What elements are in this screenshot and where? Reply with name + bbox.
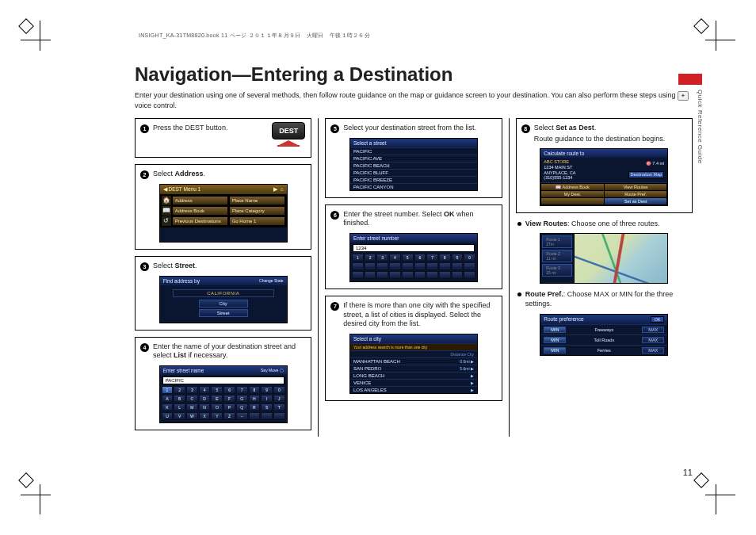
screen-calculate-route: Calculate route to ABC STORE 1234 MAIN S… — [540, 148, 668, 205]
side-label: Quick Reference Guide — [693, 90, 704, 164]
list-item[interactable]: PACIFIC CANYON — [350, 183, 477, 190]
list-item[interactable]: PACIFIC BLUFF — [350, 169, 477, 176]
place-name-button[interactable]: Place Name — [229, 196, 285, 205]
step-2: 2Select Address. ◀ DEST Menu 1▶ ⌂ 🏠Addre… — [135, 164, 311, 250]
column-2: 5Select your destination street from the… — [318, 118, 508, 437]
screen-dest-menu: ◀ DEST Menu 1▶ ⌂ 🏠AddressPlace Name 📖Add… — [159, 184, 288, 243]
address-book-button[interactable]: 📖 Address Book — [541, 184, 604, 190]
my-dest-button[interactable]: My Dest. — [541, 191, 604, 197]
ok-button[interactable]: OK — [651, 316, 664, 323]
street-button[interactable]: Street — [199, 309, 248, 317]
step-8: 8Select Set as Dest. Route guidance to t… — [516, 118, 693, 213]
step-4: 4Enter the name of your destination stre… — [135, 337, 311, 430]
list-item[interactable]: PACIFIC AVE — [350, 155, 477, 162]
screen-route-preference: Route preferenceOK MINFreewaysMAX MINTol… — [540, 314, 668, 356]
crop-mark-br — [696, 475, 735, 514]
step-5: 5Select your destination street from the… — [325, 118, 502, 198]
view-routes-button[interactable]: View Routes — [605, 184, 667, 190]
street-name-input[interactable]: PACIFIC — [162, 376, 284, 384]
route-option[interactable]: Route 211 mi — [542, 250, 572, 262]
pref-row[interactable]: MINFerriesMAX — [540, 345, 667, 355]
step-6: 6Enter the street number. Select OK when… — [325, 204, 502, 289]
screen-enter-street-name: Enter street nameSay Move ▢ PACIFIC 1234… — [159, 365, 288, 423]
list-item[interactable]: PACIFIC — [350, 147, 477, 155]
pref-row[interactable]: MINToll RoadsMAX — [540, 334, 667, 345]
pref-row[interactable]: MINFreewaysMAX — [540, 324, 667, 334]
column-1: DEST 1Press the DEST button. 2Select Add… — [135, 118, 318, 437]
state-label: CALIFORNIA — [173, 289, 274, 297]
screen-find-address: Find address byChange State CALIFORNIA C… — [159, 276, 288, 323]
list-item[interactable]: MANHATTAN BEACH0.0mi ▶ — [350, 357, 477, 365]
route-pref-button[interactable]: Route Pref. — [605, 191, 667, 197]
list-item[interactable]: PACIFIC BREEZE — [350, 176, 477, 183]
dest-button-icon: DEST — [271, 122, 306, 149]
crop-mark-bl — [21, 475, 60, 514]
step-1: DEST 1Press the DEST button. — [135, 118, 311, 158]
screen-enter-street-number: Enter street number 1234 1234567890 — [349, 233, 478, 282]
map-preview — [574, 234, 667, 283]
intro-text: Enter your destination using one of seve… — [135, 90, 693, 110]
list-item[interactable]: VENICE▶ — [350, 379, 477, 386]
page-title: Navigation—Entering a Destination — [135, 63, 693, 86]
bullet-route-pref: Route Pref.: Choose MAX or MIN for the t… — [517, 290, 693, 308]
step-7: 7If there is more than one city with the… — [325, 296, 502, 401]
previous-dest-button[interactable]: Previous Destinations — [172, 216, 228, 226]
city-button[interactable]: City — [199, 300, 248, 308]
step-3: 3Select Street. Find address byChange St… — [135, 256, 311, 331]
list-item[interactable]: LOS ANGELES▶ — [350, 386, 477, 393]
go-home-button[interactable]: Go Home 1 — [229, 216, 285, 226]
list-item[interactable]: LONG BEACH▶ — [350, 372, 477, 379]
address-button[interactable]: Address — [172, 196, 228, 205]
route-option[interactable]: Route 315 mi — [542, 264, 572, 277]
history-icon: ↺ — [162, 216, 171, 226]
crop-mark-tl — [21, 21, 60, 60]
bullet-view-routes: View Routes: Choose one of three routes. — [517, 220, 693, 229]
set-as-dest-button[interactable]: Set as Dest — [605, 198, 667, 204]
screen-select-city: Select a city Your address search is mor… — [349, 334, 478, 394]
voice-icon: ✦ — [678, 91, 689, 101]
place-category-button[interactable]: Place Category — [229, 206, 285, 216]
print-header: INSIGHT_KA-31TM8820.book 11 ページ ２０１１年８月９… — [139, 32, 370, 40]
address-book-button[interactable]: Address Book — [172, 206, 228, 216]
screen-select-street: Select a street PACIFIC PACIFIC AVE PACI… — [349, 138, 478, 191]
list-item[interactable]: SAN PEDRO5.6mi ▶ — [350, 365, 477, 372]
route-option[interactable]: Route 127m — [542, 235, 572, 248]
home-icon: 🏠 — [162, 196, 171, 205]
column-3: 8Select Set as Dest. Route guidance to t… — [509, 118, 693, 437]
screen-view-routes: Route 127m Route 211 mi Route 315 mi — [540, 233, 668, 284]
crop-mark-tr — [696, 21, 735, 60]
street-number-input[interactable]: 1234 — [353, 244, 475, 252]
list-item[interactable]: PACIFIC BEACH — [350, 162, 477, 169]
book-icon: 📖 — [162, 206, 171, 216]
